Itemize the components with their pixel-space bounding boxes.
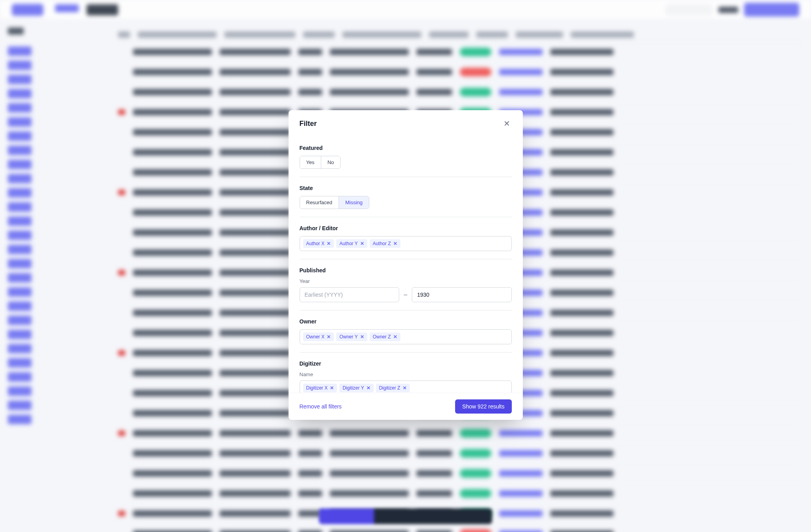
featured-label: Featured (300, 145, 512, 151)
digitizer-tag: Digitizer Y ✕ (339, 384, 373, 392)
featured-yes-button[interactable]: Yes (300, 156, 321, 168)
digitizer-tag: Digitizer Z ✕ (376, 384, 410, 392)
digitizer-tag: Digitizer X ✕ (303, 384, 337, 392)
filter-modal-overlay: Filter ✕ Featured Yes No State Resurface… (0, 0, 811, 532)
range-dash: – (404, 291, 407, 298)
state-section: State Resurfaced Missing (300, 177, 512, 217)
tag-label: Author Y (339, 241, 357, 246)
owner-section: Owner Owner X ✕ Owner Y ✕ Owner Z ✕ (300, 310, 512, 353)
tag-label: Digitizer X (306, 385, 328, 391)
tag-remove-icon[interactable]: ✕ (403, 385, 407, 391)
tag-label: Owner Z (373, 334, 391, 340)
tag-remove-icon[interactable]: ✕ (393, 334, 397, 340)
tag-remove-icon[interactable]: ✕ (367, 385, 370, 391)
remove-all-filters-button[interactable]: Remove all filters (300, 403, 342, 410)
tag-label: Owner Y (339, 334, 357, 340)
year-to-input[interactable] (412, 287, 511, 302)
digitizer-section: Digitizer Name Digitizer X ✕ Digitizer Y… (300, 353, 512, 393)
tag-remove-icon[interactable]: ✕ (360, 241, 364, 246)
tag-remove-icon[interactable]: ✕ (327, 241, 331, 246)
digitizer-name-sublabel: Name (300, 371, 512, 377)
close-icon: ✕ (504, 119, 510, 128)
toast (319, 508, 492, 524)
modal-title: Filter (300, 120, 317, 128)
owner-tag: Owner X ✕ (303, 332, 334, 341)
author-tag-input[interactable]: Author X ✕ Author Y ✕ Author Z ✕ (300, 236, 512, 251)
digitizer-tag-input[interactable]: Digitizer X ✕ Digitizer Y ✕ Digitizer Z … (300, 381, 512, 393)
tag-label: Author X (306, 241, 325, 246)
state-resurfaced-button[interactable]: Resurfaced (300, 196, 339, 209)
modal-footer: Remove all filters Show 922 results (289, 393, 523, 420)
author-tag: Author X ✕ (303, 239, 334, 248)
year-sublabel: Year (300, 278, 512, 284)
owner-tag-input[interactable]: Owner X ✕ Owner Y ✕ Owner Z ✕ (300, 329, 512, 344)
year-range: – (300, 287, 512, 302)
year-from-input[interactable] (300, 287, 399, 302)
author-tag: Author Z ✕ (370, 239, 400, 248)
tag-remove-icon[interactable]: ✕ (327, 334, 331, 340)
author-section: Author / Editor Author X ✕ Author Y ✕ Au… (300, 217, 512, 259)
tag-remove-icon[interactable]: ✕ (393, 241, 397, 246)
tag-remove-icon[interactable]: ✕ (360, 334, 364, 340)
show-results-button[interactable]: Show 922 results (455, 399, 511, 414)
featured-section: Featured Yes No (300, 137, 512, 177)
owner-tag: Owner Y ✕ (336, 332, 367, 341)
filter-modal: Filter ✕ Featured Yes No State Resurface… (289, 110, 523, 420)
owner-tag: Owner Z ✕ (370, 332, 400, 341)
digitizer-label: Digitizer (300, 360, 512, 367)
close-button[interactable]: ✕ (502, 119, 512, 128)
featured-no-button[interactable]: No (321, 156, 341, 168)
tag-label: Digitizer Z (379, 385, 400, 391)
published-section: Published Year – (300, 259, 512, 310)
state-missing-button[interactable]: Missing (339, 196, 369, 209)
owner-label: Owner (300, 318, 512, 325)
published-label: Published (300, 267, 512, 273)
modal-body[interactable]: Featured Yes No State Resurfaced Missing… (289, 137, 523, 393)
state-segmented: Resurfaced Missing (300, 196, 370, 209)
author-label: Author / Editor (300, 225, 512, 231)
author-tag: Author Y ✕ (336, 239, 367, 248)
featured-segmented: Yes No (300, 156, 341, 169)
tag-label: Author Z (373, 241, 391, 246)
tag-label: Digitizer Y (343, 385, 364, 391)
tag-label: Owner X (306, 334, 325, 340)
tag-remove-icon[interactable]: ✕ (330, 385, 334, 391)
state-label: State (300, 185, 512, 191)
